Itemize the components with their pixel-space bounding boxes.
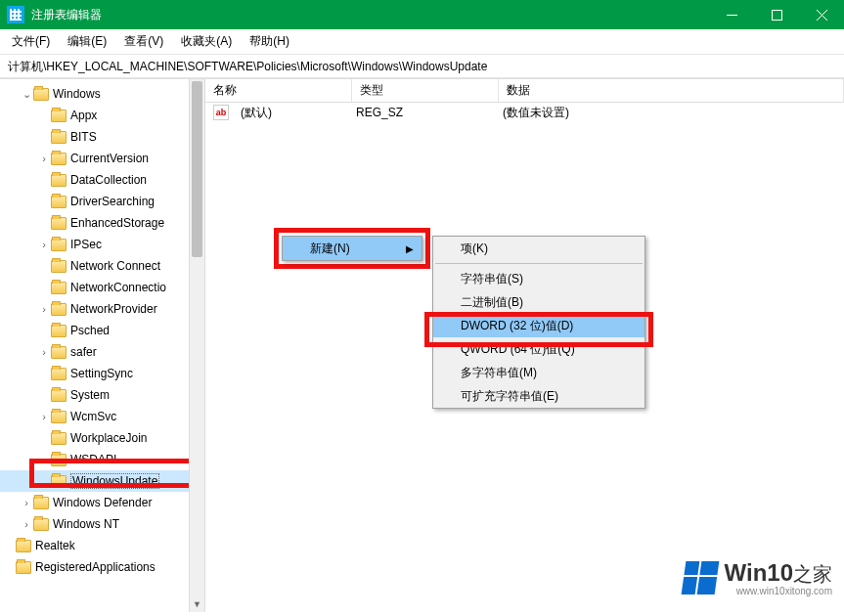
folder-icon (33, 497, 49, 509)
submenu-binary[interactable]: 二进制值(B) (433, 290, 644, 314)
tree-item[interactable]: System (0, 384, 204, 406)
tree-item[interactable]: ›WcmSvc (0, 406, 204, 427)
expand-icon[interactable]: › (37, 239, 51, 250)
windows-logo-icon (681, 561, 719, 594)
list-header: 名称 类型 数据 (205, 79, 844, 103)
tree-label: Windows Defender (53, 496, 152, 509)
folder-icon (33, 518, 49, 531)
tree-item[interactable]: ›Windows NT (0, 513, 204, 535)
submenu-multistring[interactable]: 多字符串值(M) (433, 361, 644, 384)
scroll-down-icon[interactable]: ▼ (190, 596, 204, 612)
content-area: ⌄WindowsAppxBITS›CurrentVersionDataColle… (0, 78, 844, 612)
expand-icon[interactable]: ⌄ (20, 88, 33, 101)
col-type[interactable]: 类型 (352, 79, 499, 102)
window-title: 注册表编辑器 (31, 7, 709, 23)
tree-item[interactable]: ›CurrentVersion (0, 148, 204, 169)
tree-item[interactable]: ›NetworkProvider (0, 298, 204, 320)
folder-icon (51, 368, 67, 380)
folder-icon (51, 475, 67, 488)
context-menu: 新建(N) ▶ (282, 236, 422, 261)
tree-label: BITS (70, 130, 97, 144)
tree-scrollbar[interactable]: ▲ ▼ (189, 79, 204, 612)
tree-label: safer (70, 345, 97, 359)
folder-icon (16, 561, 31, 574)
address-bar[interactable]: 计算机\HKEY_LOCAL_MACHINE\SOFTWARE\Policies… (0, 55, 844, 78)
submenu-string[interactable]: 字符串值(S) (433, 267, 644, 290)
submenu-expandstring[interactable]: 可扩充字符串值(E) (433, 384, 644, 408)
tree-item[interactable]: WindowsUpdate (0, 470, 204, 492)
tree-label: WcmSvc (70, 410, 116, 423)
tree-item[interactable]: SettingSync (0, 363, 204, 384)
menu-bar: 文件(F) 编辑(E) 查看(V) 收藏夹(A) 帮助(H) (0, 29, 844, 55)
menu-edit[interactable]: 编辑(E) (62, 31, 112, 52)
tree-label: EnhancedStorage (70, 216, 164, 230)
expand-icon[interactable]: › (37, 153, 51, 164)
tree-item[interactable]: BITS (0, 126, 204, 148)
tree-item[interactable]: NetworkConnectio (0, 277, 204, 298)
folder-icon (16, 540, 31, 552)
tree-item[interactable]: ›safer (0, 341, 204, 363)
folder-icon (51, 260, 67, 273)
menu-new[interactable]: 新建(N) ▶ (283, 237, 422, 260)
tree-label: DataCollection (70, 173, 147, 187)
tree-label: System (70, 388, 110, 402)
folder-icon (51, 432, 67, 445)
menu-file[interactable]: 文件(F) (6, 31, 56, 52)
tree-item[interactable]: DriverSearching (0, 191, 204, 212)
menu-favorites[interactable]: 收藏夹(A) (175, 31, 238, 52)
tree-item[interactable]: DataCollection (0, 169, 204, 191)
expand-icon[interactable]: › (20, 497, 33, 508)
folder-icon (51, 411, 67, 423)
minimize-button[interactable] (709, 0, 754, 29)
tree-label: IPSec (70, 238, 102, 251)
tree-label: Network Connect (70, 259, 160, 273)
submenu-dword[interactable]: DWORD (32 位)值(D) (433, 314, 644, 337)
tree-label: SettingSync (70, 367, 133, 380)
tree-item[interactable]: EnhancedStorage (0, 212, 204, 234)
list-view: 名称 类型 数据 ab (默认) REG_SZ (数值未设置) 新建(N) ▶ … (205, 79, 844, 612)
expand-icon[interactable]: › (37, 411, 51, 422)
tree-item[interactable]: WorkplaceJoin (0, 427, 204, 449)
tree-item[interactable]: Network Connect (0, 255, 204, 277)
col-name[interactable]: 名称 (205, 79, 352, 102)
tree-label: RegisteredApplications (35, 560, 155, 574)
tree-item[interactable]: RegisteredApplications (0, 556, 204, 578)
tree-label: WSDAPI (70, 453, 116, 466)
folder-icon (51, 110, 67, 122)
scroll-thumb[interactable] (192, 81, 202, 257)
string-value-icon: ab (213, 105, 229, 120)
watermark-url: www.win10xitong.com (725, 586, 832, 596)
maximize-button[interactable] (754, 0, 799, 29)
context-submenu: 项(K) 字符串值(S) 二进制值(B) DWORD (32 位)值(D) QW… (432, 236, 645, 409)
tree-item[interactable]: WSDAPI (0, 449, 204, 470)
tree-label: Appx (70, 109, 97, 122)
tree-label: DriverSearching (70, 195, 155, 208)
tree-item[interactable]: Appx (0, 105, 204, 126)
folder-icon (51, 196, 67, 208)
tree-label: CurrentVersion (70, 152, 149, 165)
tree-label: Psched (70, 324, 110, 337)
tree-label: WindowsUpdate (70, 473, 159, 489)
folder-icon (51, 389, 67, 402)
tree-label: NetworkProvider (70, 302, 157, 316)
tree-item[interactable]: Realtek (0, 535, 204, 556)
menu-help[interactable]: 帮助(H) (244, 31, 295, 52)
submenu-qword[interactable]: QWORD (64 位)值(Q) (433, 337, 644, 361)
close-button[interactable] (799, 0, 844, 29)
expand-icon[interactable]: › (20, 518, 33, 530)
folder-icon (33, 88, 49, 101)
expand-icon[interactable]: › (37, 346, 51, 358)
submenu-key[interactable]: 项(K) (433, 237, 644, 260)
col-data[interactable]: 数据 (499, 79, 844, 102)
list-row[interactable]: ab (默认) REG_SZ (数值未设置) (205, 103, 844, 122)
submenu-arrow-icon: ▶ (406, 243, 414, 254)
cell-name: (默认) (233, 105, 348, 121)
tree-item[interactable]: ›Windows Defender (0, 492, 204, 513)
title-bar: 注册表编辑器 (0, 0, 844, 29)
tree-item[interactable]: Psched (0, 320, 204, 341)
expand-icon[interactable]: › (37, 303, 51, 315)
window-controls (709, 0, 844, 29)
tree-item[interactable]: ›IPSec (0, 234, 204, 255)
tree-item[interactable]: ⌄Windows (0, 83, 204, 105)
menu-view[interactable]: 查看(V) (118, 31, 169, 52)
